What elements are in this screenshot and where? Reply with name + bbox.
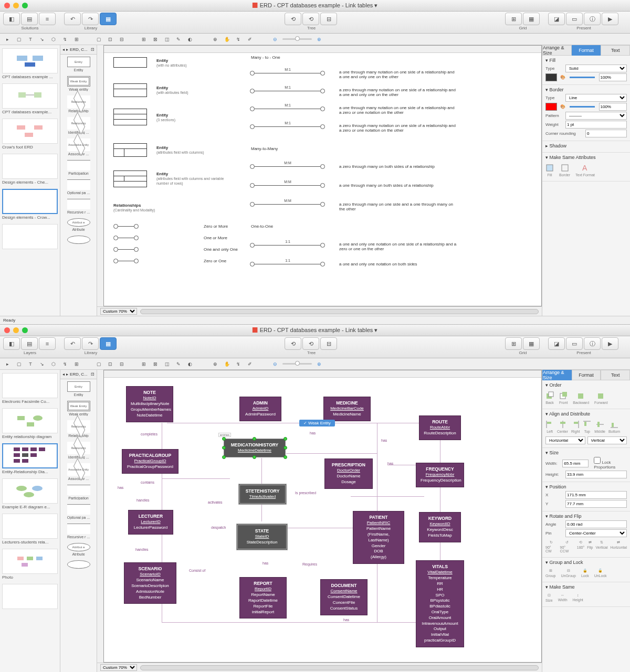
lib-item[interactable]: Optional pa ...	[60, 177, 97, 197]
pages-button[interactable]: ▤	[21, 13, 38, 25]
zoom-icon[interactable]	[22, 3, 28, 8]
order-front[interactable]: Front	[559, 391, 568, 404]
tool-icon[interactable]: ✋	[223, 35, 231, 44]
tool-icon[interactable]: ↯	[234, 35, 243, 44]
info-button[interactable]: ⓘ	[584, 337, 601, 350]
fill-type-select[interactable]: Solid	[565, 65, 627, 72]
tab-format[interactable]: Format	[572, 45, 601, 56]
scrollbar-h[interactable]	[140, 665, 539, 670]
tool-icon[interactable]: ⊞	[140, 35, 148, 44]
page-thumb[interactable]	[2, 549, 58, 574]
tool-icon[interactable]: T	[26, 35, 35, 44]
canvas-page[interactable]: NOTENoteIDMultidisciplinaryNoteGropuMemb…	[103, 370, 542, 663]
corner-input[interactable]	[585, 130, 627, 137]
page-thumb-selected[interactable]	[2, 443, 58, 468]
grid-button[interactable]: ▦	[523, 13, 540, 25]
border-opacity[interactable]	[599, 103, 627, 111]
entity-prescription[interactable]: PRESCRIPTIONDoctorOrderDoctorNameDosage	[324, 458, 373, 489]
tool-icon[interactable]: ▢	[94, 35, 103, 44]
zoom-icon[interactable]	[22, 327, 28, 333]
order-backward[interactable]: Backward	[573, 391, 589, 404]
entity-scenario[interactable]: SCENARIOScenarioIDScenarioNameScenarioDe…	[124, 562, 176, 604]
tab-arrange[interactable]: Arrange & Size	[542, 370, 572, 380]
lib-item[interactable]: Attribut eAtribute	[60, 216, 97, 233]
tab-format[interactable]: Format	[572, 370, 601, 380]
entity-frequency[interactable]: FREQUENCYFrequencyAbbrFrequencyDescripti…	[416, 463, 464, 487]
hypernote-button[interactable]: ▭	[566, 337, 583, 350]
snap-button[interactable]: ⊞	[505, 337, 522, 350]
fill-color[interactable]	[545, 73, 557, 81]
tab-text[interactable]: Text	[601, 45, 630, 56]
pattern-select[interactable]: ———	[565, 112, 627, 120]
entity-stetehistory[interactable]: STETEHISTORYTimeActivated	[238, 484, 287, 505]
present-button[interactable]: ▶	[602, 13, 618, 25]
zoom-select[interactable]: Custom 70%	[100, 664, 137, 671]
tool-icon[interactable]: ⬡	[49, 35, 58, 44]
msa-border[interactable]: Border	[559, 164, 570, 177]
height-input[interactable]	[565, 471, 627, 478]
close-icon[interactable]	[4, 327, 10, 333]
scrollbar-h[interactable]	[140, 309, 539, 314]
format-button[interactable]: ◪	[548, 337, 565, 350]
pointer-icon[interactable]: ▸	[3, 35, 12, 44]
tool-icon[interactable]: ▢	[15, 35, 23, 44]
order-back[interactable]: Back	[545, 391, 554, 404]
entity-note[interactable]: NOTENoteIDMultidisciplinaryNoteGropuMemb…	[126, 386, 173, 422]
entity-keyword[interactable]: KEYWORDKeywordIDKeywordDescFieldsToMap	[419, 512, 461, 542]
tool-icon[interactable]: ↯	[61, 35, 69, 44]
page-thumb[interactable]	[2, 584, 58, 609]
smart-button[interactable]: ⟲	[285, 13, 301, 25]
undo-button[interactable]: ↶	[64, 13, 81, 25]
msa-fill[interactable]: Fill	[545, 164, 554, 177]
tool-icon[interactable]: ⊕	[211, 35, 219, 44]
lib-item[interactable]: Participation	[60, 158, 97, 177]
tool-icon[interactable]: ◫	[163, 35, 171, 44]
page-thumb[interactable]	[2, 408, 58, 433]
entity-patient[interactable]: PATIENTPatientNRICPatientName (FirstName…	[353, 511, 404, 564]
page-thumb[interactable]	[2, 514, 58, 539]
format-button[interactable]: ◪	[548, 13, 565, 25]
solutions-button[interactable]: ◧	[3, 337, 20, 350]
page-thumb-selected[interactable]	[2, 189, 58, 214]
hypernote-button[interactable]: ▭	[566, 13, 583, 25]
tree-button[interactable]: ⊟	[320, 337, 337, 350]
pin-select[interactable]: Center-Center	[565, 529, 627, 537]
undo-button[interactable]: ↶	[64, 337, 81, 350]
entity-medicationhistory-selected[interactable]: MEDICATIONHISTORYMedicineDatetime	[224, 439, 286, 457]
tab-text[interactable]: Text	[601, 370, 630, 380]
zoom-slider[interactable]	[282, 38, 312, 40]
snap-button[interactable]: ⊞	[505, 13, 522, 25]
library-button[interactable]: ▦	[100, 337, 117, 350]
grid-button[interactable]: ▦	[523, 337, 540, 350]
info-button[interactable]: ⓘ	[584, 13, 601, 25]
entity-lecturer[interactable]: LECTURERLecturerIDLecturerPassword	[128, 510, 173, 535]
eyedropper-icon[interactable]: ✐	[246, 360, 254, 368]
entity-route[interactable]: ROUTERouteAbbrRouteDescription	[419, 415, 461, 440]
lib-item[interactable]: RelationshipRelationship	[60, 93, 97, 115]
x-input[interactable]	[565, 491, 627, 499]
tool-icon[interactable]: ⊟	[118, 35, 126, 44]
page-thumb[interactable]	[2, 224, 58, 249]
page-thumb[interactable]	[2, 119, 58, 144]
entity-admin[interactable]: ADMINAdminIDAdminPassword	[239, 397, 281, 421]
tree-button[interactable]: ⊟	[320, 13, 337, 25]
close-icon[interactable]	[4, 3, 10, 8]
msa-text[interactable]: AText Format	[575, 164, 595, 177]
border-color[interactable]	[545, 103, 557, 111]
lib-item[interactable]: Associative EntityAssociativ ...	[60, 136, 97, 158]
chain-button[interactable]: ⟲	[302, 13, 319, 25]
fill-opacity[interactable]	[599, 73, 627, 81]
entity-document[interactable]: DOCUMENTConsentNameConsentDatetimeConcen…	[320, 579, 368, 615]
tab-arrange[interactable]: Arrange & Size	[542, 45, 572, 56]
order-forward[interactable]: Forward	[594, 391, 608, 404]
eyedropper-icon[interactable]: ✐	[246, 35, 254, 44]
pages-button[interactable]: ▤	[21, 337, 38, 350]
y-input[interactable]	[565, 500, 627, 508]
angle-input[interactable]	[565, 520, 627, 528]
library-button[interactable]: ▦	[100, 13, 117, 25]
tool-icon[interactable]: ⊞	[72, 35, 81, 44]
tool-icon[interactable]: ⊡	[106, 35, 114, 44]
redo-button[interactable]: ↷	[82, 337, 99, 350]
lib-item[interactable]: RelationshipIdentifying ...	[60, 115, 97, 136]
page-thumb[interactable]	[2, 48, 58, 73]
